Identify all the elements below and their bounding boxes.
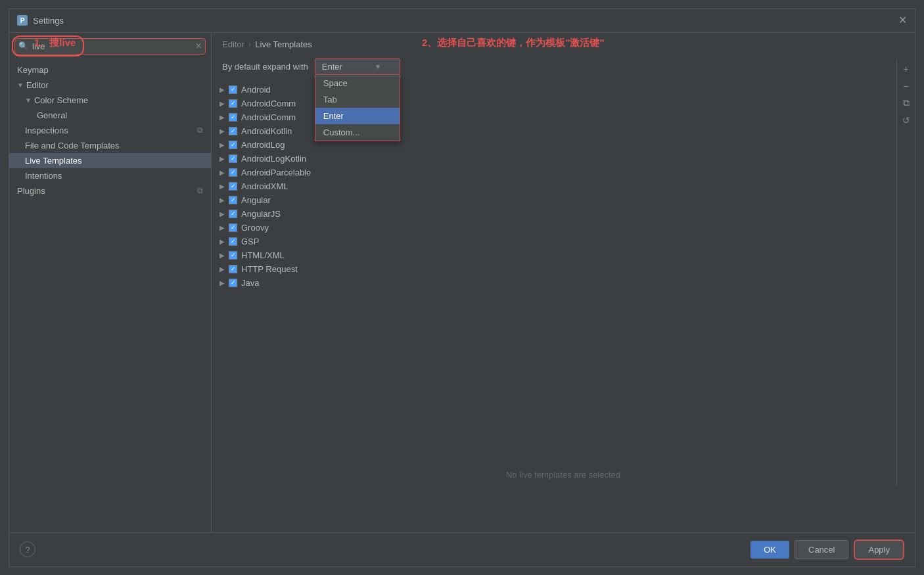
- htmlxml-checkbox[interactable]: [229, 251, 237, 260]
- htmlxml-expand-arrow: ▶: [219, 252, 225, 259]
- plugins-label: Plugins: [17, 186, 45, 196]
- dialog-buttons: OK Cancel Apply: [751, 540, 904, 560]
- template-group-httprequest[interactable]: ▶ HTTP Request: [212, 262, 915, 276]
- search-input[interactable]: [14, 38, 206, 55]
- sidebar-item-color-scheme[interactable]: ▼ Color Scheme: [9, 93, 211, 108]
- sidebar-item-file-templates[interactable]: File and Code Templates: [9, 138, 211, 153]
- angular-checkbox[interactable]: [229, 196, 237, 204]
- angularjs-label: AngularJS: [241, 209, 281, 219]
- sidebar-item-inspections[interactable]: Inspections ⧉: [9, 123, 211, 138]
- androidparcelable-label: AndroidParcelable: [241, 168, 311, 177]
- java-checkbox[interactable]: [229, 279, 237, 287]
- android-label: Android: [241, 85, 271, 95]
- sidebar-nav: Keymap ▼ Editor ▼ Color Scheme General I…: [9, 60, 211, 532]
- androidcomm1-label: AndroidComm: [241, 99, 296, 108]
- sidebar-item-keymap[interactable]: Keymap: [9, 62, 211, 78]
- gsp-expand-arrow: ▶: [219, 238, 225, 245]
- main-content: 🔍 ✕ 1、搜live Keymap ▼ Editor ▼ Color Sche…: [9, 33, 915, 532]
- template-group-androidxml[interactable]: ▶ AndroidXML: [212, 179, 915, 193]
- copy-template-button[interactable]: ⧉: [899, 96, 913, 110]
- keymap-label: Keymap: [17, 65, 49, 75]
- androidkotlin-label: AndroidKotlin: [241, 126, 292, 136]
- dropdown-item-space[interactable]: Space: [315, 75, 400, 91]
- inspections-copy-icon: ⧉: [197, 126, 203, 135]
- dropdown-item-enter[interactable]: Enter: [315, 108, 400, 124]
- dialog-title: Settings: [33, 16, 64, 26]
- apply-button[interactable]: Apply: [854, 540, 904, 560]
- template-group-htmlxml[interactable]: ▶ HTML/XML: [212, 248, 915, 262]
- template-group-angularjs[interactable]: ▶ AngularJS: [212, 207, 915, 221]
- breadcrumb-separator: ›: [248, 39, 251, 49]
- template-group-java[interactable]: ▶ Java: [212, 276, 915, 290]
- ok-button[interactable]: OK: [751, 541, 789, 559]
- dropdown-selected-value: Enter: [322, 62, 342, 72]
- search-box: 🔍 ✕ 1、搜live: [14, 38, 206, 55]
- androidlogkotlin-checkbox[interactable]: [229, 154, 237, 163]
- live-templates-label: Live Templates: [25, 156, 81, 166]
- template-group-groovy[interactable]: ▶ Groovy: [212, 221, 915, 235]
- dropdown-button[interactable]: Enter ▼: [315, 58, 400, 75]
- androidparcelable-checkbox[interactable]: [229, 168, 237, 177]
- httprequest-expand-arrow: ▶: [219, 265, 225, 273]
- sidebar: 🔍 ✕ 1、搜live Keymap ▼ Editor ▼ Color Sche…: [9, 33, 212, 532]
- dropdown-item-tab[interactable]: Tab: [315, 91, 400, 108]
- androidcomm1-checkbox[interactable]: [229, 99, 237, 108]
- right-panel: 2、选择自己喜欢的键，作为模板"激活键" Editor › Live Templ…: [212, 33, 915, 532]
- sidebar-item-general[interactable]: General: [9, 108, 211, 123]
- httprequest-checkbox[interactable]: [229, 265, 237, 273]
- androidxml-label: AndroidXML: [241, 181, 289, 191]
- breadcrumb-parent: Editor: [222, 39, 244, 49]
- androidxml-checkbox[interactable]: [229, 182, 237, 191]
- breadcrumb-current: Live Templates: [255, 39, 312, 49]
- java-label: Java: [241, 278, 259, 288]
- add-template-button[interactable]: +: [899, 62, 913, 76]
- gsp-checkbox[interactable]: [229, 237, 237, 246]
- groovy-checkbox[interactable]: [229, 223, 237, 232]
- expand-with-label: By default expand with: [222, 62, 308, 72]
- angular-expand-arrow: ▶: [219, 196, 225, 204]
- android-checkbox[interactable]: [229, 85, 237, 94]
- general-label: General: [37, 110, 67, 120]
- breadcrumb: Editor › Live Templates: [212, 33, 915, 53]
- angularjs-checkbox[interactable]: [229, 210, 237, 218]
- expand-key-dropdown[interactable]: Enter ▼ Space Tab Enter Custom...: [315, 58, 400, 75]
- app-icon: P: [17, 15, 28, 26]
- reset-template-button[interactable]: ↺: [899, 113, 913, 127]
- androidcomm1-expand-arrow: ▶: [219, 100, 225, 107]
- template-group-androidlogkotlin[interactable]: ▶ AndroidLogKotlin: [212, 152, 915, 166]
- androidcomm2-expand-arrow: ▶: [219, 114, 225, 121]
- sidebar-item-live-templates[interactable]: Live Templates: [9, 153, 211, 168]
- androidkotlin-checkbox[interactable]: [229, 127, 237, 135]
- sidebar-item-intentions[interactable]: Intentions: [9, 168, 211, 183]
- androidlogkotlin-label: AndroidLogKotlin: [241, 154, 306, 164]
- android-expand-arrow: ▶: [219, 86, 225, 93]
- androidlogkotlin-expand-arrow: ▶: [219, 155, 225, 162]
- close-button[interactable]: ✕: [898, 15, 907, 26]
- titlebar: P Settings ✕: [9, 9, 915, 33]
- androidlog-checkbox[interactable]: [229, 141, 237, 149]
- editor-expand-arrow: ▼: [17, 81, 24, 89]
- androidcomm2-checkbox[interactable]: [229, 113, 237, 122]
- color-scheme-label: Color Scheme: [34, 95, 88, 105]
- androidxml-expand-arrow: ▶: [219, 183, 225, 190]
- dropdown-list: Space Tab Enter Custom...: [315, 75, 400, 141]
- help-button[interactable]: ?: [20, 541, 35, 557]
- dropdown-item-custom[interactable]: Custom...: [315, 124, 400, 141]
- androidcomm2-label: AndroidComm: [241, 112, 296, 122]
- no-selection-message: No live templates are selected: [506, 470, 620, 480]
- intentions-label: Intentions: [25, 171, 62, 181]
- htmlxml-label: HTML/XML: [241, 250, 285, 260]
- sidebar-item-editor[interactable]: ▼ Editor: [9, 78, 211, 93]
- search-icon: 🔍: [18, 41, 28, 51]
- remove-template-button[interactable]: −: [899, 79, 913, 93]
- plugins-copy-icon: ⧉: [197, 186, 203, 195]
- template-group-gsp[interactable]: ▶ GSP: [212, 235, 915, 248]
- angular-label: Angular: [241, 195, 271, 205]
- gsp-label: GSP: [241, 237, 259, 246]
- template-group-angular[interactable]: ▶ Angular: [212, 193, 915, 207]
- sidebar-item-plugins[interactable]: Plugins ⧉: [9, 183, 211, 198]
- editor-label: Editor: [26, 80, 49, 90]
- search-clear-button[interactable]: ✕: [195, 41, 202, 51]
- cancel-button[interactable]: Cancel: [795, 540, 848, 559]
- template-group-androidparcelable[interactable]: ▶ AndroidParcelable: [212, 166, 915, 179]
